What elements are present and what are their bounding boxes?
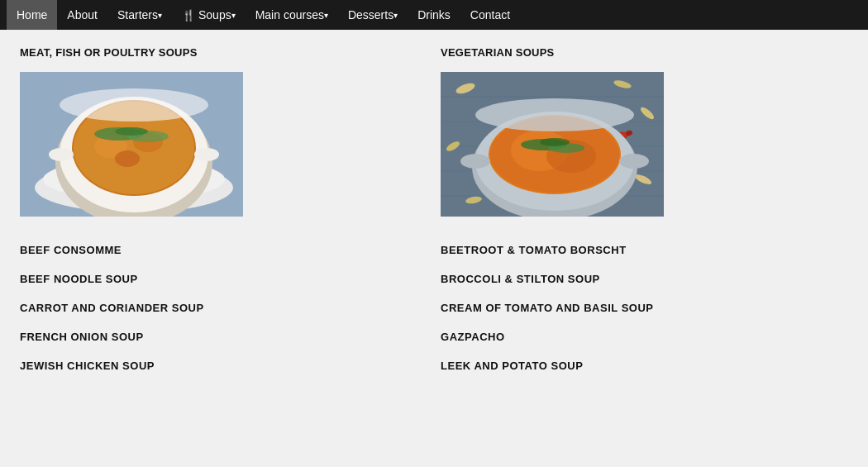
soups-icon: 🍴 [182,9,195,21]
vegetarian-soup-image [441,72,664,217]
nav-item-soups[interactable]: 🍴Soups [172,0,246,30]
list-item[interactable]: CREAM OF TOMATO AND BASIL SOUP [441,293,848,322]
svg-point-10 [115,150,140,167]
svg-point-43 [619,154,649,169]
nav-item-about[interactable]: About [57,0,107,30]
svg-point-42 [460,154,490,169]
svg-point-15 [49,148,74,161]
meat-section-title: MEAT, FISH OR POULTRY SOUPS [20,46,427,59]
vegetarian-section-title: VEGETARIAN SOUPS [441,46,848,59]
meat-soup-image [20,72,243,217]
list-item[interactable]: BEEF CONSOMME [20,236,427,264]
list-item[interactable]: JEWISH CHICKEN SOUP [20,351,427,380]
main-navigation: Home About Starters 🍴Soups Main courses … [0,0,868,30]
svg-point-13 [115,127,148,136]
nav-item-home[interactable]: Home [7,0,57,30]
soup-list-right: BEETROOT & TOMATO BORSCHT BROCCOLI & STI… [441,236,848,380]
list-item[interactable]: LEEK AND POTATO SOUP [441,351,848,380]
svg-point-14 [60,88,208,122]
nav-item-desserts[interactable]: Desserts [338,0,408,30]
vegetarian-column: VEGETARIAN SOUPS [434,46,855,380]
meat-fish-poultry-column: MEAT, FISH OR POULTRY SOUPS [13,46,434,380]
list-item[interactable]: BROCCOLI & STILTON SOUP [441,264,848,293]
list-item[interactable]: FRENCH ONION SOUP [20,322,427,351]
nav-item-starters[interactable]: Starters [107,0,172,30]
list-item[interactable]: GAZPACHO [441,322,848,351]
soup-list-left: BEEF CONSOMME BEEF NOODLE SOUP CARROT AN… [20,236,427,380]
nav-item-drinks[interactable]: Drinks [408,0,460,30]
svg-point-40 [540,138,570,146]
svg-point-16 [194,148,219,161]
list-item[interactable]: BEEF NOODLE SOUP [20,264,427,293]
svg-point-41 [475,98,634,131]
main-content: MEAT, FISH OR POULTRY SOUPS [0,30,868,397]
list-item[interactable]: BEETROOT & TOMATO BORSCHT [441,236,848,264]
nav-item-contact[interactable]: Contact [460,0,520,30]
nav-item-main-courses[interactable]: Main courses [246,0,338,30]
list-item[interactable]: CARROT AND CORIANDER SOUP [20,293,427,322]
